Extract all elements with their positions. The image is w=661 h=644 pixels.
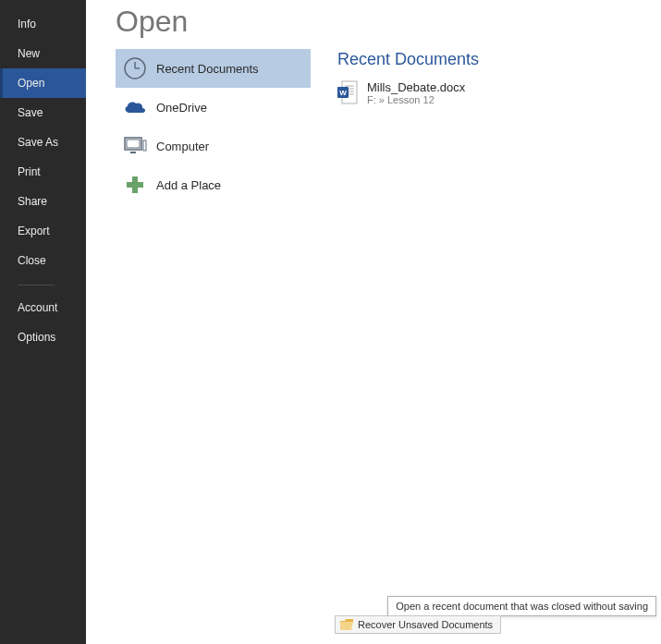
source-label: Recent Documents	[156, 62, 311, 76]
plus-icon	[121, 171, 149, 199]
open-pane: Open Recent Documents OneDrive	[86, 0, 661, 644]
doc-path: F: » Lesson 12	[367, 94, 465, 105]
sidebar-label: Close	[18, 254, 46, 267]
sidebar-item-close[interactable]: Close	[0, 246, 86, 275]
source-recent-documents[interactable]: Recent Documents	[116, 49, 311, 88]
sidebar-label: Share	[18, 195, 47, 208]
sidebar-label: Account	[18, 301, 57, 314]
page-title: Open	[116, 5, 188, 39]
sidebar-item-new[interactable]: New	[0, 39, 86, 68]
source-label: OneDrive	[156, 101, 311, 115]
sidebar-label: Save As	[18, 136, 58, 149]
sidebar-item-account[interactable]: Account	[0, 293, 86, 322]
sidebar-label: Export	[18, 225, 50, 237]
sidebar-label: New	[18, 47, 40, 60]
doc-name: Mills_Debate.docx	[367, 80, 465, 94]
svg-text:W: W	[339, 89, 347, 97]
sidebar-label: Open	[18, 77, 44, 90]
sidebar-item-options[interactable]: Options	[0, 322, 86, 352]
svg-rect-6	[143, 140, 146, 151]
folder-icon	[340, 619, 353, 630]
source-label: Add a Place	[156, 178, 311, 192]
source-computer[interactable]: Computer	[116, 127, 311, 165]
sidebar-item-print[interactable]: Print	[0, 157, 86, 187]
doc-text: Mills_Debate.docx F: » Lesson 12	[367, 80, 465, 105]
recent-document-item[interactable]: W Mills_Debate.docx F: » Lesson 12	[337, 79, 643, 107]
sidebar-item-export[interactable]: Export	[0, 216, 86, 246]
recover-tooltip: Open a recent document that was closed w…	[387, 596, 656, 616]
open-sources-list: Recent Documents OneDrive Computer	[116, 49, 311, 204]
source-onedrive[interactable]: OneDrive	[116, 88, 311, 127]
svg-rect-4	[127, 140, 140, 148]
sidebar-label: Print	[18, 165, 41, 178]
recover-unsaved-button[interactable]: Recover Unsaved Documents	[335, 615, 501, 634]
recent-documents-pane: Recent Documents W Mills_Debate.docx F: …	[337, 50, 643, 107]
sidebar-label: Info	[18, 18, 36, 30]
sidebar-item-save[interactable]: Save	[0, 98, 86, 128]
svg-rect-8	[127, 182, 143, 188]
sidebar-label: Options	[18, 331, 55, 344]
sidebar-item-info[interactable]: Info	[0, 9, 86, 39]
sidebar-item-save-as[interactable]: Save As	[0, 128, 86, 157]
cloud-icon	[121, 93, 149, 121]
sidebar-divider	[18, 285, 55, 286]
recent-documents-title: Recent Documents	[337, 50, 643, 69]
source-add-place[interactable]: Add a Place	[116, 165, 311, 204]
sidebar-label: Save	[18, 106, 43, 119]
computer-icon	[121, 132, 149, 160]
source-label: Computer	[156, 140, 311, 153]
recover-label: Recover Unsaved Documents	[358, 619, 493, 630]
backstage-sidebar: Info New Open Save Save As Print Share E…	[0, 0, 86, 644]
clock-icon	[121, 55, 149, 82]
sidebar-item-open[interactable]: Open	[0, 68, 86, 98]
word-document-icon: W	[337, 80, 358, 104]
sidebar-item-share[interactable]: Share	[0, 187, 86, 216]
svg-rect-5	[130, 152, 136, 153]
